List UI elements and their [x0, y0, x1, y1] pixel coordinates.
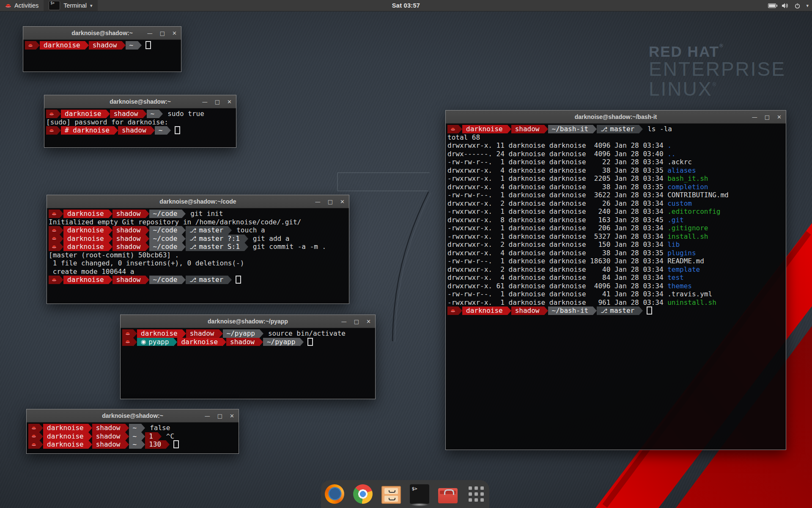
terminal-line: # darknoiseshadow~ — [46, 126, 236, 135]
command-text: sudo true — [163, 110, 204, 118]
powerline-arrow — [39, 424, 43, 432]
powerline-arrow — [109, 235, 112, 243]
ls-row-meta: drwxrwxr-x. 4 darknoise darknoise 38 Jan… — [447, 183, 667, 191]
terminal-window-pyapp: darknoise@shadow:~/pyapp —□✕ darknoisesh… — [120, 315, 376, 399]
minimize-button[interactable]: — — [205, 413, 210, 419]
close-button[interactable]: ✕ — [366, 318, 371, 325]
app-grid-icon[interactable] — [466, 484, 486, 504]
clock[interactable]: Sat 03:57 — [0, 2, 812, 9]
maximize-button[interactable]: □ — [765, 114, 770, 120]
terminal-content[interactable]: darknoiseshadow~/codegit initInitialized… — [47, 208, 349, 304]
close-button[interactable]: ✕ — [777, 114, 782, 120]
close-button[interactable]: ✕ — [227, 99, 232, 105]
prompt-segment-host: shadow — [92, 432, 125, 441]
powerline-arrow — [109, 276, 112, 284]
prompt-segment-user: # darknoise — [61, 126, 114, 135]
ls-row-meta: -rwxrwxr-x. 1 darknoise darknoise 240 Ja… — [447, 207, 667, 216]
powerline-arrow — [57, 110, 61, 118]
system-status-area[interactable]: ▾ — [768, 0, 809, 11]
ls-row-meta: -rw-rw-r--. 1 darknoise darknoise 41 Jan… — [447, 290, 667, 298]
prompt-segment-host: shadow — [511, 125, 544, 133]
prompt-segment-exit: 130 — [145, 440, 166, 449]
minimize-button[interactable]: — — [315, 199, 321, 205]
toolbox-icon[interactable] — [438, 488, 458, 503]
terminal-line: darknoiseshadow~/bash-it⎇master — [447, 306, 786, 315]
powerline-arrow — [145, 243, 149, 251]
maximize-button[interactable]: □ — [328, 199, 333, 205]
powerline-arrow — [145, 235, 149, 243]
command-text: git init — [186, 210, 223, 218]
prompt-segment-path: ~/code — [149, 243, 182, 251]
ls-filename: plugins — [667, 249, 696, 257]
window-titlebar[interactable]: darknoise@shadow:~ —□✕ — [23, 27, 181, 40]
powerline-arrow — [173, 338, 177, 346]
powerline-arrow — [141, 432, 145, 441]
close-button[interactable]: ✕ — [172, 30, 177, 36]
ls-row-meta: drwx------. 24 darknoise darknoise 4096 … — [447, 150, 667, 158]
window-titlebar[interactable]: darknoise@shadow:~ —□✕ — [44, 95, 236, 108]
window-titlebar[interactable]: darknoise@shadow:~/pyapp —□✕ — [121, 315, 375, 328]
prompt-segment-host: shadow — [112, 243, 145, 251]
maximize-button[interactable]: □ — [354, 318, 359, 325]
prompt-segment-user: darknoise — [462, 306, 508, 315]
powerline-arrow — [125, 440, 129, 449]
power-icon — [794, 3, 801, 9]
command-text: git add a — [248, 235, 290, 243]
powerline-arrow — [125, 424, 129, 432]
prompt-segment-git: ⎇master — [597, 306, 639, 315]
powerline-arrow — [593, 306, 597, 315]
powerline-arrow — [228, 276, 232, 284]
terminal-line: darknoiseshadow~sudo true — [46, 110, 236, 118]
prompt-segment-host: shadow — [92, 424, 125, 432]
ls-filename: .gitignore — [667, 224, 708, 232]
ls-filename: lib — [667, 240, 680, 249]
terminal-line: darknoiseshadow~/codegit init — [49, 210, 349, 218]
powerline-arrow — [109, 210, 112, 218]
maximize-button[interactable]: □ — [217, 413, 222, 419]
powerline-arrow — [458, 125, 462, 133]
terminal-line: darknoiseshadow~/code⎇master — [49, 276, 349, 284]
terminal-line: [master (root-commit) 50bcb63] . — [49, 251, 349, 260]
minimize-button[interactable]: — — [752, 114, 757, 120]
prompt-segment-path: ~ — [155, 126, 167, 135]
minimize-button[interactable]: — — [202, 99, 208, 105]
maximize-button[interactable]: □ — [215, 99, 220, 105]
powerline-arrow — [141, 424, 145, 432]
terminal-dock-icon[interactable]: $> — [410, 484, 429, 504]
powerline-arrow — [88, 424, 92, 432]
prompt-segment-user: darknoise — [43, 424, 88, 432]
terminal-output: create mode 100644 a — [49, 268, 134, 276]
redhat-prompt-icon — [28, 432, 39, 441]
close-button[interactable]: ✕ — [230, 413, 234, 419]
terminal-content[interactable]: darknoiseshadow~ — [23, 40, 181, 72]
terminal-content[interactable]: darknoiseshadow~falsedarknoiseshadow~1^C… — [27, 422, 239, 453]
close-button[interactable]: ✕ — [340, 199, 345, 205]
terminal-line: darknoiseshadow~/pyappsource bin/activat… — [122, 329, 375, 338]
ls-row-meta: -rwxrwxr-x. 1 darknoise darknoise 961 Ja… — [447, 298, 667, 307]
terminal-cursor — [175, 126, 180, 134]
prompt-segment-host: shadow — [112, 210, 145, 218]
redhat-prompt-icon — [49, 210, 60, 218]
maximize-button[interactable]: □ — [160, 30, 165, 36]
prompt-segment-path: ~ — [129, 440, 142, 449]
powerline-arrow — [85, 41, 89, 50]
minimize-button[interactable]: — — [341, 318, 347, 325]
window-titlebar[interactable]: darknoise@shadow:~/bash-it —□✕ — [446, 110, 786, 124]
powerline-arrow — [60, 210, 63, 218]
window-titlebar[interactable]: darknoise@shadow:~ —□✕ — [27, 409, 239, 422]
terminal-content[interactable]: darknoiseshadow~/bash-it⎇masterls -latot… — [446, 124, 786, 450]
window-titlebar[interactable]: darknoise@shadow:~/code —□✕ — [47, 195, 349, 208]
prompt-segment-user: darknoise — [177, 338, 222, 346]
firefox-icon[interactable] — [325, 484, 344, 504]
prompt-segment-path: ~ — [126, 41, 138, 50]
chrome-icon[interactable] — [353, 484, 373, 504]
terminal-line: darknoiseshadow~/code⎇mastertouch a — [49, 226, 349, 235]
powerline-arrow — [57, 126, 61, 135]
terminal-content[interactable]: darknoiseshadow~sudo true[sudo] password… — [44, 108, 236, 147]
ls-row-meta: drwxrwxr-x. 2 darknoise darknoise 150 Ja… — [447, 240, 667, 249]
terminal-content[interactable]: darknoiseshadow~/pyappsource bin/activat… — [121, 328, 375, 399]
terminal-line: drwxrwxr-x. 4 darknoise darknoise 84 Jan… — [447, 273, 786, 282]
powerline-arrow — [182, 276, 186, 284]
minimize-button[interactable]: — — [147, 30, 153, 36]
file-manager-icon[interactable] — [381, 486, 401, 504]
